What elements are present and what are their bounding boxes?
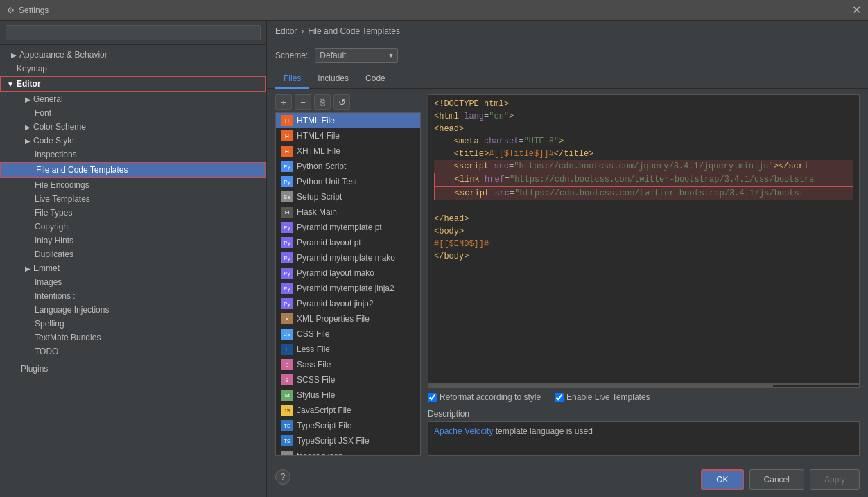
list-item[interactable]: Fl Flask Main <box>276 204 420 220</box>
file-item-name: Pyramid layout jinja2 <box>297 299 374 308</box>
nav-item-code-style[interactable]: ▶ Code Style <box>0 134 266 148</box>
live-templates-checkbox[interactable]: Enable Live Templates <box>555 392 650 402</box>
list-item[interactable]: Py Pyramid mytemplate mako <box>276 250 420 265</box>
scheme-label: Scheme: <box>275 51 308 60</box>
nav-item-copyright[interactable]: Copyright <box>0 220 266 234</box>
tab-files[interactable]: Files <box>275 69 309 89</box>
list-item[interactable]: Py Pyramid layout pt <box>276 235 420 250</box>
nav-item-editor[interactable]: ▼ Editor <box>0 76 266 92</box>
file-item-name: Pyramid layout pt <box>297 238 361 247</box>
nav-item-duplicates[interactable]: Duplicates <box>0 247 266 261</box>
arrow-icon: ▶ <box>25 96 31 103</box>
breadcrumb: Editor › File and Code Templates <box>267 21 868 42</box>
nav-item-file-types[interactable]: File Types <box>0 206 266 220</box>
nav-item-spelling[interactable]: Spelling <box>0 317 266 331</box>
nav-item-language-injections[interactable]: Language Injections <box>0 303 266 317</box>
dialog-body: ▶ Appearance & Behavior Keymap ▼ Editor … <box>0 21 868 497</box>
file-item-name: Stylus File <box>297 390 335 400</box>
scheme-select[interactable]: Default Project <box>315 48 398 63</box>
list-item[interactable]: Py Pyramid layout mako <box>276 265 420 281</box>
nav-item-todo[interactable]: TODO <box>0 345 266 358</box>
list-item[interactable]: S SCSS File <box>276 372 420 387</box>
reset-template-button[interactable]: ↺ <box>333 94 350 110</box>
nav-item-font[interactable]: Font <box>0 106 266 120</box>
file-item-name: tsconfig.json <box>297 451 343 456</box>
stylus-icon: St <box>281 390 293 401</box>
nav-item-plugins[interactable]: Plugins <box>0 362 266 376</box>
sass-icon: S <box>281 359 293 370</box>
nav-item-textmate-bundles[interactable]: TextMate Bundles <box>0 331 266 345</box>
flask-icon: Fl <box>281 207 293 218</box>
file-item-name: Pyramid mytemplate jinja2 <box>297 284 394 293</box>
list-item[interactable]: X XML Properties File <box>276 311 420 326</box>
code-editor[interactable]: <!DOCTYPE html> <html lang="en"> <head> … <box>428 94 860 384</box>
tab-code[interactable]: Code <box>357 69 394 89</box>
reformat-checkbox-input[interactable] <box>428 393 437 402</box>
list-item[interactable]: Py Python Script <box>276 159 420 174</box>
dialog-footer: ? OK Cancel Apply <box>267 462 868 497</box>
list-item[interactable]: S Sass File <box>276 357 420 372</box>
list-item[interactable]: L Less File <box>276 342 420 357</box>
code-line: <script src="https://cdn.bootcss.com/twi… <box>434 186 853 200</box>
list-item[interactable]: {} tsconfig.json <box>276 448 420 456</box>
list-item[interactable]: Se Setup Script <box>276 189 420 204</box>
css-icon: CS <box>281 329 293 340</box>
nav-item-inlay-hints[interactable]: Inlay Hints <box>0 234 266 247</box>
apache-velocity-link[interactable]: Apache Velocity <box>434 426 493 436</box>
search-input[interactable] <box>6 25 261 40</box>
list-item[interactable]: Py Pyramid mytemplate pt <box>276 220 420 235</box>
nav-item-keymap[interactable]: Keymap <box>0 62 266 76</box>
nav-item-intentions[interactable]: Intentions : <box>0 289 266 303</box>
list-item[interactable]: H HTML File <box>276 113 420 128</box>
code-line: <meta charset="UTF-8"> <box>434 135 853 148</box>
list-item[interactable]: H HTML4 File <box>276 128 420 143</box>
nav-item-emmet[interactable]: ▶ Emmet <box>0 261 266 275</box>
list-item[interactable]: St Stylus File <box>276 387 420 403</box>
code-line <box>434 200 853 213</box>
xml-icon: X <box>281 313 293 324</box>
file-item-name: Flask Main <box>297 207 337 217</box>
add-template-button[interactable]: + <box>275 94 292 110</box>
copy-template-button[interactable]: ⎘ <box>314 94 331 110</box>
nav-item-live-templates[interactable]: Live Templates <box>0 192 266 206</box>
nav-item-images[interactable]: Images <box>0 275 266 289</box>
remove-template-button[interactable]: − <box>295 94 311 110</box>
content-area: + − ⎘ ↺ H HTML File H HTML4 File <box>267 89 868 462</box>
dialog-close-button[interactable]: ✕ <box>852 3 861 17</box>
list-item[interactable]: JS JavaScript File <box>276 403 420 418</box>
list-item[interactable]: CS CSS File <box>276 326 420 342</box>
list-item[interactable]: Py Python Unit Test <box>276 174 420 189</box>
file-item-name: Python Unit Test <box>297 177 357 186</box>
nav-item-appearance[interactable]: ▶ Appearance & Behavior <box>0 48 266 62</box>
horizontal-scrollbar[interactable] <box>428 384 860 388</box>
live-templates-checkbox-input[interactable] <box>555 393 564 402</box>
file-item-name: TypeScript File <box>297 421 351 430</box>
code-line: <html lang="en"> <box>434 110 853 123</box>
reformat-checkbox[interactable]: Reformat according to style <box>428 392 541 402</box>
code-options: Reformat according to style Enable Live … <box>428 388 860 406</box>
tab-includes[interactable]: Includes <box>309 69 357 89</box>
tabs-bar: Files Includes Code <box>267 69 868 89</box>
list-item[interactable]: Py Pyramid layout jinja2 <box>276 296 420 311</box>
list-item[interactable]: TS TypeScript JSX File <box>276 433 420 448</box>
nav-item-general[interactable]: ▶ General <box>0 92 266 106</box>
help-button[interactable]: ? <box>275 469 290 485</box>
code-line: #[[$END$]]# <box>434 238 853 250</box>
html-icon: H <box>281 115 293 126</box>
list-item[interactable]: H XHTML File <box>276 143 420 159</box>
apply-button[interactable]: Apply <box>810 469 860 490</box>
list-item[interactable]: Py Pyramid mytemplate jinja2 <box>276 281 420 296</box>
nav-item-inspections[interactable]: Inspections <box>0 148 266 162</box>
cancel-button[interactable]: Cancel <box>749 469 804 490</box>
nav-item-file-encodings[interactable]: File Encodings <box>0 178 266 192</box>
right-content-panel: Editor › File and Code Templates Scheme:… <box>267 21 868 497</box>
code-line: <body> <box>434 225 853 238</box>
code-line: </body> <box>434 250 853 263</box>
arrow-icon: ▶ <box>25 137 31 145</box>
ok-button[interactable]: OK <box>701 469 743 490</box>
nav-item-file-and-code-templates[interactable]: File and Code Templates <box>0 162 266 178</box>
live-templates-label: Enable Live Templates <box>566 392 650 402</box>
nav-item-color-scheme[interactable]: ▶ Color Scheme <box>0 120 266 134</box>
scheme-row: Scheme: Default Project <box>267 42 868 69</box>
list-item[interactable]: TS TypeScript File <box>276 418 420 433</box>
